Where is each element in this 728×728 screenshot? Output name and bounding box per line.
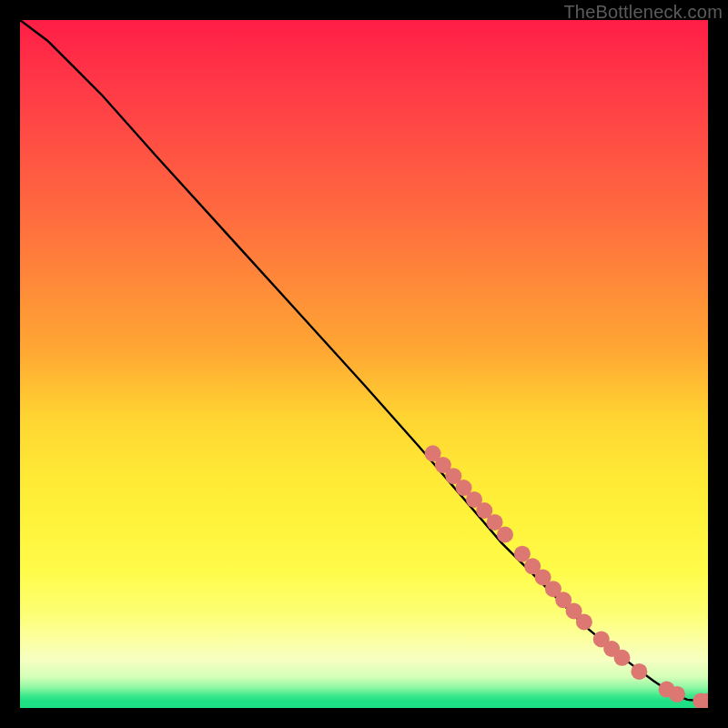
chart-stage: TheBottleneck.com bbox=[0, 0, 728, 728]
data-marker bbox=[693, 693, 708, 708]
data-marker bbox=[476, 502, 492, 519]
data-marker bbox=[445, 468, 461, 484]
data-marker bbox=[497, 527, 513, 543]
curve-path bbox=[20, 20, 708, 701]
data-marker bbox=[545, 581, 561, 597]
data-marker bbox=[466, 491, 482, 508]
data-marker bbox=[669, 686, 685, 703]
data-marker bbox=[514, 546, 531, 562]
curve-layer bbox=[20, 20, 708, 708]
data-marker bbox=[555, 592, 571, 608]
data-marker bbox=[566, 602, 582, 619]
data-marker bbox=[487, 514, 503, 531]
data-marker bbox=[535, 569, 551, 585]
data-marker bbox=[614, 650, 631, 666]
data-marker bbox=[456, 480, 472, 496]
data-marker bbox=[593, 631, 610, 647]
plot-area bbox=[20, 20, 708, 708]
data-marker bbox=[700, 693, 708, 708]
data-marker bbox=[631, 663, 647, 680]
curve-markers bbox=[425, 445, 708, 708]
data-marker bbox=[435, 457, 451, 473]
data-marker bbox=[576, 614, 592, 631]
data-marker bbox=[425, 445, 441, 461]
data-marker bbox=[603, 641, 620, 657]
data-marker bbox=[524, 558, 541, 574]
data-marker bbox=[659, 682, 675, 698]
